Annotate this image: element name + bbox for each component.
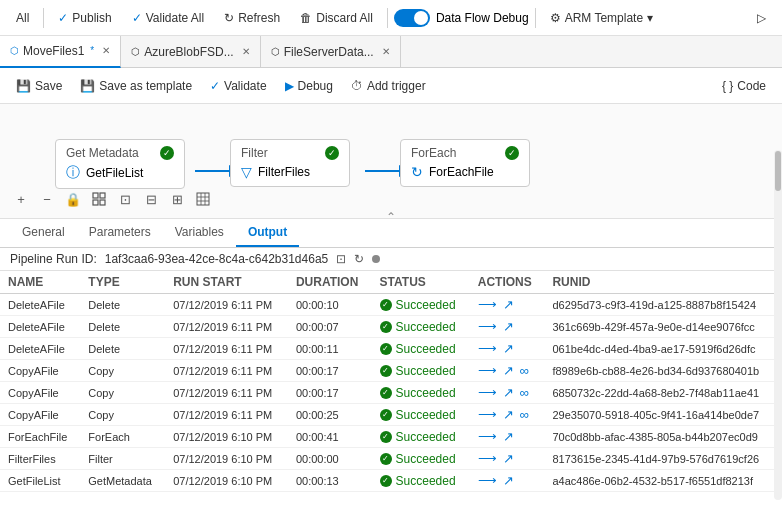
refresh-button[interactable]: ↻ Refresh <box>216 7 288 29</box>
status-dot: ✓ <box>380 409 392 421</box>
extra-icon[interactable]: ∞ <box>520 363 529 378</box>
zoom-out-button[interactable]: − <box>36 188 58 210</box>
scrollbar-thumb[interactable] <box>775 151 781 191</box>
output-link-icon[interactable]: ↗ <box>503 451 514 466</box>
cell-status: ✓Succeeded <box>372 426 470 448</box>
status-label: Succeeded <box>396 298 456 312</box>
all-button[interactable]: All <box>8 7 37 29</box>
cell-name: CopyAFile <box>0 360 80 382</box>
cell-actions: ⟶ ↗ ∞ <box>470 382 545 404</box>
pipeline-run-id-label: Pipeline Run ID: <box>10 252 97 266</box>
output-link-icon[interactable]: ↗ <box>503 297 514 312</box>
cell-duration: 00:00:25 <box>288 404 372 426</box>
col-header-runstart: RUN START <box>165 271 288 294</box>
cell-actions: ⟶ ↗ <box>470 294 545 316</box>
refresh-run-button[interactable]: ↻ <box>354 252 364 266</box>
add-trigger-button[interactable]: ⏱ Add trigger <box>343 75 434 97</box>
refresh-label: Refresh <box>238 11 280 25</box>
output-link-icon[interactable]: ↗ <box>503 319 514 334</box>
node-getmetadata[interactable]: Get Metadata ✓ ⓘ GetFileList <box>55 139 185 189</box>
comment-button[interactable]: ⊞ <box>166 188 188 210</box>
input-link-icon[interactable]: ⟶ <box>478 385 497 400</box>
output-link-icon[interactable]: ↗ <box>503 473 514 488</box>
sub-tab-output[interactable]: Output <box>236 219 299 247</box>
input-link-icon[interactable]: ⟶ <box>478 407 497 422</box>
grid-button[interactable] <box>192 188 214 210</box>
code-button[interactable]: { } Code <box>714 75 774 97</box>
validate-all-icon: ✓ <box>132 11 142 25</box>
sub-tab-variables[interactable]: Variables <box>163 219 236 247</box>
col-header-duration: DURATION <box>288 271 372 294</box>
validate-all-button[interactable]: ✓ Validate All <box>124 7 212 29</box>
tab-azureblob-close[interactable]: ✕ <box>242 46 250 57</box>
expand-button[interactable]: ⊟ <box>140 188 162 210</box>
input-link-icon[interactable]: ⟶ <box>478 341 497 356</box>
copy-run-id-button[interactable]: ⊡ <box>336 252 346 266</box>
action-icons: ⟶ ↗ ∞ <box>478 385 537 400</box>
tab-azureblob[interactable]: ⬡ AzureBlobFSD... ✕ <box>121 36 260 68</box>
publish-button[interactable]: ✓ Publish <box>50 7 119 29</box>
scrollbar-track[interactable] <box>774 150 782 500</box>
output-link-icon[interactable]: ↗ <box>503 363 514 378</box>
table-row: ForEachFileForEach07/12/2019 6:10 PM00:0… <box>0 426 782 448</box>
node-filter[interactable]: Filter ✓ ▽ FilterFiles <box>230 139 350 187</box>
save-button[interactable]: 💾 Save <box>8 75 70 97</box>
pipeline-run-id-value: 1af3caa6-93ea-42ce-8c4a-c642b31d46a5 <box>105 252 329 266</box>
status-dot: ✓ <box>380 321 392 333</box>
discard-all-button[interactable]: 🗑 Discard All <box>292 7 381 29</box>
cell-actions: ⟶ ↗ <box>470 448 545 470</box>
publish-label: Publish <box>72 11 111 25</box>
extra-icon[interactable]: ∞ <box>520 385 529 400</box>
debug-button[interactable]: ▶ Debug <box>277 75 341 97</box>
code-label: Code <box>737 79 766 93</box>
input-link-icon[interactable]: ⟶ <box>478 297 497 312</box>
input-link-icon[interactable]: ⟶ <box>478 319 497 334</box>
input-link-icon[interactable]: ⟶ <box>478 363 497 378</box>
save-label: Save <box>35 79 62 93</box>
tab-movefiles[interactable]: ⬡ MoveFiles1 * ✕ <box>0 36 121 68</box>
filter-icon: ▽ <box>241 164 252 180</box>
input-link-icon[interactable]: ⟶ <box>478 429 497 444</box>
sub-tab-general[interactable]: General <box>10 219 77 247</box>
cell-runid: a4ac486e-06b2-4532-b517-f6551df8213f <box>544 470 782 492</box>
zoom-in-button[interactable]: + <box>10 188 32 210</box>
divider-2 <box>387 8 388 28</box>
output-link-icon[interactable]: ↗ <box>503 341 514 356</box>
output-link-icon[interactable]: ↗ <box>503 385 514 400</box>
output-link-icon[interactable]: ↗ <box>503 429 514 444</box>
cell-runid: d6295d73-c9f3-419d-a125-8887b8f15424 <box>544 294 782 316</box>
sub-tab-parameters[interactable]: Parameters <box>77 219 163 247</box>
node-filter-body: ▽ FilterFiles <box>241 164 339 180</box>
input-link-icon[interactable]: ⟶ <box>478 451 497 466</box>
tab-fileserver-close[interactable]: ✕ <box>382 46 390 57</box>
cell-duration: 00:00:41 <box>288 426 372 448</box>
cell-type: Delete <box>80 338 165 360</box>
cell-actions: ⟶ ↗ <box>470 426 545 448</box>
cell-name: DeleteAFile <box>0 338 80 360</box>
cell-runid: 361c669b-429f-457a-9e0e-d14ee9076fcc <box>544 316 782 338</box>
output-link-icon[interactable]: ↗ <box>503 407 514 422</box>
fit-button[interactable] <box>88 188 110 210</box>
getmetadata-success-icon: ✓ <box>160 146 174 160</box>
input-link-icon[interactable]: ⟶ <box>478 473 497 488</box>
lock-button[interactable]: 🔒 <box>62 188 84 210</box>
toggle-track[interactable] <box>394 9 430 27</box>
action-icons: ⟶ ↗ <box>478 429 537 444</box>
arm-template-button[interactable]: ⚙ ARM Template ▾ <box>542 7 661 29</box>
action-icons: ⟶ ↗ <box>478 319 537 334</box>
collapse-handle[interactable]: ⌃ <box>386 210 396 219</box>
tab-fileserver-label: FileServerData... <box>284 45 374 59</box>
data-flow-debug-toggle[interactable]: Data Flow Debug <box>394 9 529 27</box>
save-as-template-button[interactable]: 💾 Save as template <box>72 75 200 97</box>
extra-icon[interactable]: ∞ <box>520 407 529 422</box>
status-label: Succeeded <box>396 320 456 334</box>
node-foreach[interactable]: ForEach ✓ ↻ ForEachFile <box>400 139 530 187</box>
tab-movefiles-close[interactable]: ✕ <box>102 45 110 56</box>
tab-fileserver[interactable]: ⬡ FileServerData... ✕ <box>261 36 401 68</box>
select-button[interactable]: ⊡ <box>114 188 136 210</box>
getmetadata-body-label: GetFileList <box>86 166 143 180</box>
col-header-actions: ACTIONS <box>470 271 545 294</box>
table-row: CopyAFileCopy07/12/2019 6:11 PM00:00:25✓… <box>0 404 782 426</box>
validate-button[interactable]: ✓ Validate <box>202 75 274 97</box>
arrow-right-button[interactable]: ▷ <box>749 7 774 29</box>
